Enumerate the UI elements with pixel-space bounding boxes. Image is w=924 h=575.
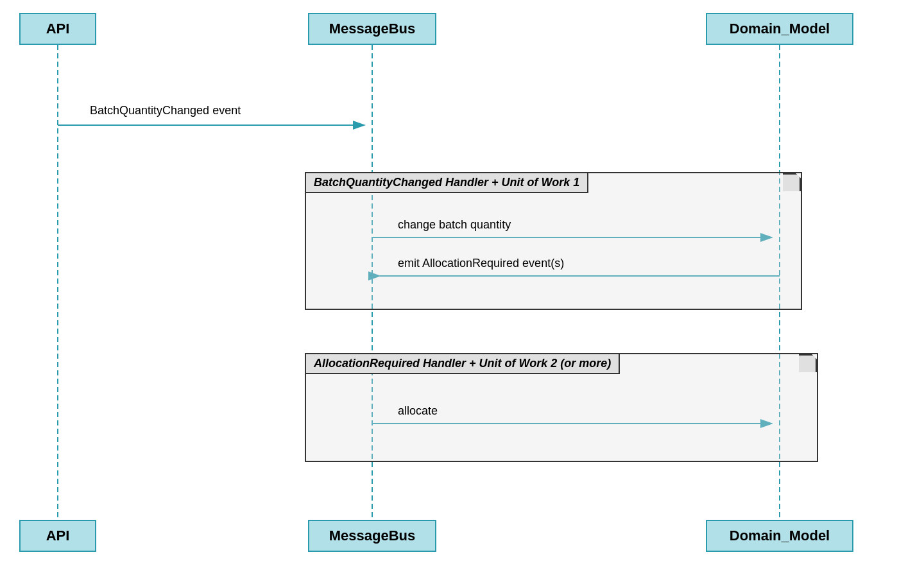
msg-allocate: allocate bbox=[398, 404, 438, 418]
participant-domainmodel-top: Domain_Model bbox=[706, 13, 853, 45]
participant-api-bottom: API bbox=[19, 520, 96, 552]
frame-allocation-required-handler: AllocationRequired Handler + Unit of Wor… bbox=[305, 353, 818, 462]
msg-emit-allocation-required: emit AllocationRequired event(s) bbox=[398, 257, 564, 270]
participant-messagebus-bottom: MessageBus bbox=[308, 520, 436, 552]
msg-change-batch-quantity: change batch quantity bbox=[398, 218, 511, 232]
frame-batch-quantity-handler: BatchQuantityChanged Handler + Unit of W… bbox=[305, 172, 802, 310]
frame1-label: BatchQuantityChanged Handler + Unit of W… bbox=[306, 173, 588, 193]
participant-messagebus-top: MessageBus bbox=[308, 13, 436, 45]
msg-batch-quantity-changed: BatchQuantityChanged event bbox=[90, 104, 241, 117]
participant-domainmodel-bottom: Domain_Model bbox=[706, 520, 853, 552]
diagram-container: API MessageBus Domain_Model BatchQuantit… bbox=[0, 0, 924, 575]
participant-api-top: API bbox=[19, 13, 96, 45]
frame2-label: AllocationRequired Handler + Unit of Wor… bbox=[306, 354, 620, 374]
